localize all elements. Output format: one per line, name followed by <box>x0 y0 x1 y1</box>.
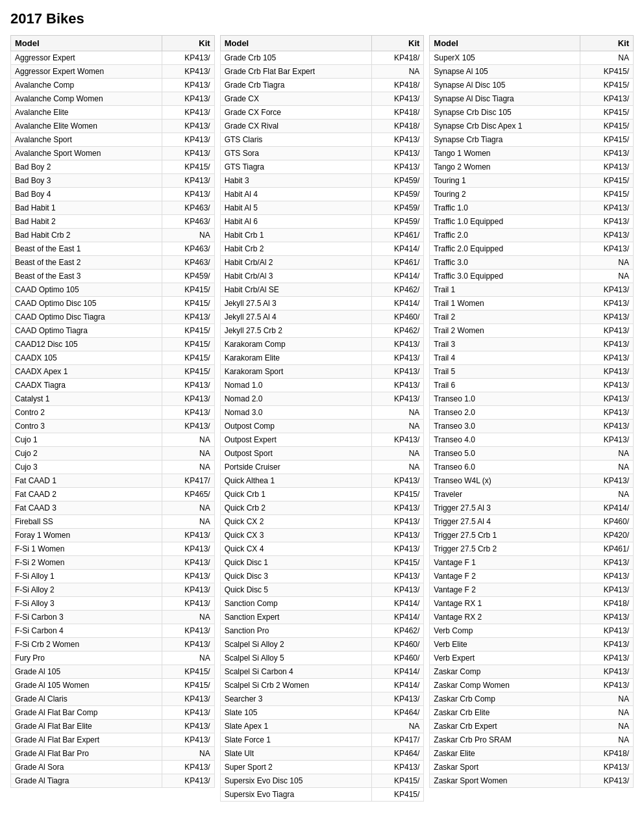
kit-value: KP413/ <box>162 188 215 201</box>
table-row: Bad Boy 2KP415/ <box>11 160 215 174</box>
model-name: Grade Al Flat Bar Pro <box>11 747 162 761</box>
table-row: Touring 1KP415/ <box>430 174 634 188</box>
table-row: Grade Al SoraKP413/ <box>11 761 215 774</box>
table-row: Avalanche CompKP413/ <box>11 79 215 92</box>
kit-value: KP418/ <box>372 106 424 120</box>
table-row: Quick Disc 3KP413/ <box>220 570 424 583</box>
table-row: Bad Habit 1KP463/ <box>11 201 215 215</box>
table-row: CAAD Optimo TiagraKP415/ <box>11 324 215 338</box>
table-row: Verb CompKP413/ <box>430 624 634 638</box>
table-2: ModelKitSuperX 105NASynapse Al 105KP415/… <box>429 35 634 788</box>
kit-value: KP413/ <box>580 570 634 583</box>
table-row: Trail 6KP413/ <box>430 379 634 392</box>
kit-value: KP413/ <box>162 133 215 147</box>
table-row: Slate 105KP464/ <box>220 706 424 720</box>
kit-value: NA <box>580 461 634 474</box>
model-name: Synapse Crb Tiagra <box>430 133 580 147</box>
model-name: Grade Al Flat Bar Comp <box>11 706 162 720</box>
model-name: Avalanche Sport Women <box>11 147 162 160</box>
kit-value: KP413/ <box>162 761 215 774</box>
model-name: Karakoram Elite <box>220 351 371 365</box>
table-row: Verb ExpertKP413/ <box>430 652 634 665</box>
kit-value: KP415/ <box>580 188 634 201</box>
kit-value: KP413/ <box>372 570 424 583</box>
model-name: Zaskar Sport <box>430 761 580 774</box>
kit-value: KP413/ <box>162 733 215 747</box>
kit-value: KP415/ <box>162 324 215 338</box>
kit-value: KP413/ <box>580 242 634 256</box>
kit-value: NA <box>162 611 215 624</box>
model-name: Tango 2 Women <box>430 160 580 174</box>
kit-value: KP413/ <box>372 379 424 392</box>
header-col0-0: Model <box>11 36 162 51</box>
table-row: Habit Al 5KP459/ <box>220 201 424 215</box>
model-name: Zaskar Crb Comp <box>430 692 580 706</box>
kit-value: KP413/ <box>162 706 215 720</box>
model-name: Cujo 2 <box>11 447 162 461</box>
model-name: Fat CAAD 2 <box>11 488 162 501</box>
table-row: Supersix Evo TiagraKP415/ <box>220 788 424 802</box>
table-row: Synapse Al 105KP415/ <box>430 65 634 79</box>
kit-value: KP413/ <box>580 624 634 638</box>
kit-value: KP414/ <box>372 242 424 256</box>
kit-value: NA <box>162 652 215 665</box>
kit-value: KP413/ <box>162 92 215 106</box>
kit-value: NA <box>580 51 634 65</box>
table-row: Vantage RX 1KP418/ <box>430 597 634 611</box>
kit-value: KP414/ <box>372 597 424 611</box>
kit-value: KP415/ <box>580 65 634 79</box>
table-row: Tango 2 WomenKP413/ <box>430 160 634 174</box>
kit-value: NA <box>162 447 215 461</box>
model-name: Karakoram Comp <box>220 338 371 351</box>
table-row: Quick Althea 1KP413/ <box>220 474 424 488</box>
table-row: Grade Al Flat Bar ProNA <box>11 747 215 761</box>
model-name: Transeo 5.0 <box>430 447 580 461</box>
table-row: Habit Al 4KP459/ <box>220 188 424 201</box>
kit-value: KP413/ <box>372 338 424 351</box>
model-name: Habit Crb 1 <box>220 229 371 242</box>
kit-value: KP413/ <box>580 379 634 392</box>
model-name: Sanction Comp <box>220 597 371 611</box>
kit-value: KP413/ <box>580 652 634 665</box>
table-row: Zaskar Crb Pro SRAMNA <box>430 733 634 747</box>
kit-value: KP415/ <box>372 788 424 802</box>
kit-value: KP413/ <box>580 297 634 310</box>
model-name: Touring 1 <box>430 174 580 188</box>
table-row: Super Sport 2KP413/ <box>220 761 424 774</box>
kit-value: NA <box>372 447 424 461</box>
model-name: Quick Disc 3 <box>220 570 371 583</box>
kit-value: KP462/ <box>372 624 424 638</box>
table-row: Vantage F 1KP413/ <box>430 556 634 570</box>
model-name: Verb Comp <box>430 624 580 638</box>
table-row: Trail 1 WomenKP413/ <box>430 297 634 310</box>
kit-value: KP463/ <box>162 201 215 215</box>
kit-value: KP460/ <box>372 652 424 665</box>
model-name: Trail 1 Women <box>430 297 580 310</box>
table-row: Outpost ExpertKP413/ <box>220 433 424 447</box>
model-name: Vantage RX 2 <box>430 611 580 624</box>
kit-value: NA <box>580 447 634 461</box>
model-name: Fury Pro <box>11 652 162 665</box>
kit-value: KP413/ <box>162 556 215 570</box>
column-0: ModelKitAggressor ExpertKP413/Aggressor … <box>10 35 215 802</box>
model-name: Quick CX 4 <box>220 542 371 556</box>
kit-value: KP413/ <box>580 215 634 229</box>
kit-value: KP413/ <box>580 229 634 242</box>
page-title: 2017 Bikes <box>10 10 634 27</box>
table-row: Avalanche SportKP413/ <box>11 133 215 147</box>
table-row: CAAD Optimo 105KP415/ <box>11 283 215 297</box>
table-row: Zaskar Crb EliteNA <box>430 706 634 720</box>
table-row: Quick CX 4KP413/ <box>220 542 424 556</box>
kit-value: KP413/ <box>372 147 424 160</box>
kit-value: KP415/ <box>162 283 215 297</box>
model-name: Grade Al Flat Bar Elite <box>11 720 162 733</box>
kit-value: KP415/ <box>162 338 215 351</box>
table-row: GTS TiagraKP413/ <box>220 160 424 174</box>
model-name: Traffic 2.0 <box>430 229 580 242</box>
model-name: CAAD12 Disc 105 <box>11 338 162 351</box>
kit-value: KP463/ <box>162 215 215 229</box>
table-row: Traffic 1.0 EquippedKP413/ <box>430 215 634 229</box>
model-name: Bad Habit 1 <box>11 201 162 215</box>
table-row: Scalpel Si Crb 2 WomenKP414/ <box>220 679 424 692</box>
table-row: Traffic 3.0NA <box>430 256 634 270</box>
